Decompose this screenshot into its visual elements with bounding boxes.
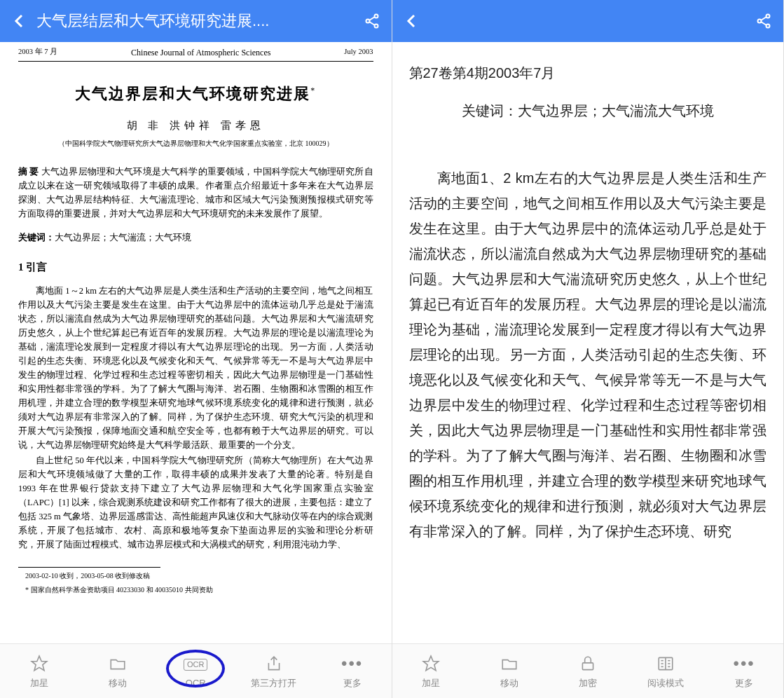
svg-rect-13 <box>582 662 593 669</box>
footnote-2: * 国家自然科学基金资助项目 40233030 和 40035010 共同资助 <box>18 584 373 596</box>
back-button[interactable] <box>8 13 31 29</box>
doc-affiliation: （中国科学院大气物理研究所大气边界层物理和大气化学国家重点实验室，北京 1000… <box>18 138 373 149</box>
doc-date-cn: 2003 年 7 月 <box>18 46 57 60</box>
folder-icon <box>500 653 518 674</box>
share-up-icon <box>265 653 283 674</box>
document-page: 2003 年 7 月 Chinese Journal of Atmospheri… <box>0 42 392 643</box>
more-button[interactable]: ••• 更多 <box>328 653 377 690</box>
share-button[interactable] <box>752 13 775 29</box>
svg-line-4 <box>369 22 375 25</box>
svg-line-11 <box>761 22 766 25</box>
lock-icon <box>579 653 597 674</box>
more-button[interactable]: ••• 更多 <box>720 653 769 690</box>
star-icon <box>30 653 48 674</box>
doc-date-en: July 2003 <box>344 46 373 60</box>
encrypt-button[interactable]: 加密 <box>563 653 612 690</box>
star-button[interactable]: 加星 <box>15 653 64 690</box>
dots-icon: ••• <box>733 653 755 674</box>
right-header <box>392 0 784 42</box>
svg-line-10 <box>761 17 766 20</box>
header-title: 大气层结层和大气环境研究进展.... <box>31 11 361 32</box>
left-pane: 大气层结层和大气环境研究进展.... 2003 年 7 月 Chinese Jo… <box>0 0 392 698</box>
ocr-icon: OCR <box>184 654 207 675</box>
left-header: 大气层结层和大气环境研究进展.... <box>0 0 392 42</box>
share-button[interactable] <box>361 13 383 29</box>
dots-icon: ••• <box>341 653 363 674</box>
svg-line-3 <box>369 17 375 20</box>
doc-journal-name: Chinese Journal of Atmospheric Sciences <box>57 46 344 60</box>
doc-paragraph-2: 自上世纪 50 年代以来，中国科学院大气物理研究所（简称大气物理所）在大气边界层… <box>18 453 373 552</box>
ocr-text-view[interactable]: 第27卷第4期2003年7月 关键词：大气边界层；大气湍流大气环境 离地面1、2… <box>392 42 784 643</box>
read-mode-icon <box>656 653 675 674</box>
text-keywords-line: 关键词：大气边界层；大气湍流大气环境 <box>409 98 767 123</box>
open-with-button[interactable]: 第三方打开 <box>249 653 298 690</box>
doc-paragraph-1: 离地面 1～2 km 左右的大气边界层是人类生活和生产活动的主要空间，地气之间相… <box>18 284 373 452</box>
doc-authors: 胡 非 洪钟祥 雷孝恩 <box>18 117 373 134</box>
left-bottom-bar: 加星 移动 OCR OCR 第三方打开 ••• 更多 <box>0 643 392 698</box>
abstract-label: 摘 要 <box>18 167 39 177</box>
keywords-label: 关键词： <box>18 233 55 242</box>
doc-keywords: 关键词：大气边界层；大气湍流；大气环境 <box>18 231 373 245</box>
star-icon <box>422 653 440 674</box>
svg-marker-5 <box>32 656 47 671</box>
doc-journal-header: 2003 年 7 月 Chinese Journal of Atmospheri… <box>18 42 373 62</box>
ocr-button[interactable]: OCR OCR <box>171 654 220 688</box>
footnote-1: 2003-02-10 收到，2003-05-08 收到修改稿 <box>18 570 373 582</box>
text-meta-line: 第27卷第4期2003年7月 <box>409 60 767 85</box>
section-1-heading: 1 引言 <box>18 259 373 275</box>
read-mode-button[interactable]: 阅读模式 <box>641 653 690 690</box>
right-bottom-bar: 加星 移动 加密 阅读模式 ••• 更多 <box>392 643 784 698</box>
doc-title: 大气边界层和大气环境研究进展* <box>18 81 373 106</box>
text-body-paragraph: 离地面1、2 km左右的大气边界层是人类生活和生产活动的主要空间，地气之间相互作… <box>409 165 767 544</box>
right-pane: 第27卷第4期2003年7月 关键词：大气边界层；大气湍流大气环境 离地面1、2… <box>392 0 785 698</box>
move-button[interactable]: 移动 <box>93 653 142 690</box>
document-view[interactable]: 2003 年 7 月 Chinese Journal of Atmospheri… <box>0 42 392 643</box>
star-button[interactable]: 加星 <box>406 653 455 690</box>
folder-icon <box>109 653 127 674</box>
doc-abstract: 摘 要 大气边界层物理和大气环境是大气科学的重要领域，中国科学院大气物理研究所自… <box>18 165 373 221</box>
svg-marker-12 <box>424 656 439 671</box>
footnote-separator <box>18 567 160 568</box>
back-button[interactable] <box>401 13 423 29</box>
move-button[interactable]: 移动 <box>485 653 534 690</box>
